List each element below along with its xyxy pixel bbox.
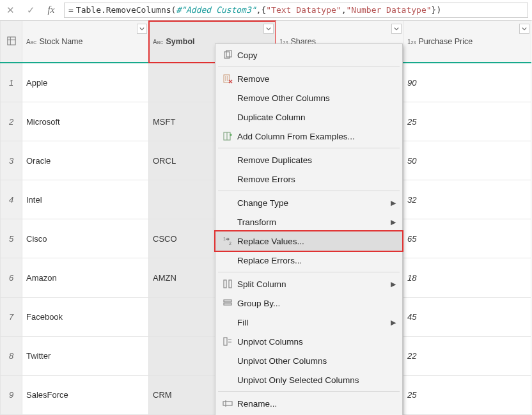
- column-filter-dropdown[interactable]: [137, 24, 147, 34]
- cell-stock-name[interactable]: Facebook: [22, 297, 149, 336]
- menu-rename[interactable]: Rename...: [215, 394, 402, 413]
- menu-fill[interactable]: Fill ▶: [215, 313, 402, 332]
- menu-unpivot-selected-columns[interactable]: Unpivot Only Selected Columns: [215, 370, 402, 389]
- submenu-arrow-icon: ▶: [391, 280, 396, 288]
- menu-remove-other-columns[interactable]: Remove Other Columns: [215, 88, 402, 107]
- menu-remove-errors[interactable]: Remove Errors: [215, 169, 402, 189]
- text-type-icon: ABC: [153, 38, 163, 45]
- column-filter-dropdown[interactable]: [391, 24, 402, 34]
- menu-separator: [218, 391, 400, 392]
- menu-add-column-from-examples[interactable]: Add Column From Examples...: [215, 127, 402, 146]
- svg-rect-15: [224, 303, 231, 305]
- copy-icon: [218, 50, 237, 60]
- menu-change-type[interactable]: Change Type ▶: [215, 193, 402, 212]
- text-type-icon: ABC: [26, 38, 36, 45]
- cell-purchase-price[interactable]: 25: [403, 102, 531, 141]
- svg-rect-16: [224, 338, 227, 345]
- formula-accept-button[interactable]: ✓: [20, 0, 41, 20]
- menu-group-by[interactable]: Group By...: [215, 294, 402, 313]
- menu-transform[interactable]: Transform ▶: [215, 212, 402, 231]
- cell-stock-name[interactable]: Microsoft: [22, 102, 149, 141]
- select-all-corner[interactable]: [1, 21, 22, 63]
- menu-separator: [218, 272, 400, 272]
- cell-stock-name[interactable]: SalesForce: [22, 375, 149, 414]
- menu-separator: [218, 191, 400, 191]
- column-filter-dropdown[interactable]: [263, 24, 274, 34]
- svg-rect-13: [229, 280, 231, 288]
- svg-rect-5: [224, 75, 230, 82]
- add-column-icon: [218, 131, 237, 141]
- svg-rect-17: [223, 402, 232, 405]
- row-number[interactable]: 3: [1, 141, 22, 180]
- cell-stock-name[interactable]: Twitter: [22, 336, 149, 375]
- table-icon: [7, 36, 16, 45]
- svg-rect-14: [224, 300, 231, 302]
- column-label: Purchase Price: [418, 37, 473, 46]
- menu-remove-duplicates[interactable]: Remove Duplicates: [215, 150, 402, 169]
- fx-icon: fx: [41, 0, 61, 20]
- cell-stock-name[interactable]: Intel: [22, 180, 149, 219]
- cell-stock-name[interactable]: Apple: [22, 63, 149, 102]
- cell-purchase-price[interactable]: 25: [403, 375, 531, 414]
- cell-purchase-price[interactable]: 18: [403, 258, 531, 297]
- menu-unpivot-other-columns[interactable]: Unpivot Other Columns: [215, 351, 402, 370]
- cell-purchase-price[interactable]: 50: [403, 141, 531, 180]
- number-type-icon: 123: [407, 38, 416, 45]
- row-number[interactable]: 2: [1, 102, 22, 141]
- submenu-arrow-icon: ▶: [391, 318, 396, 327]
- menu-separator: [218, 148, 400, 148]
- menu-split-column[interactable]: Split Column ▶: [215, 274, 402, 294]
- formula-bar: ✕ ✓ fx = Table.RemoveColumns(#"Added Cus…: [0, 0, 532, 20]
- row-number[interactable]: 5: [1, 219, 22, 258]
- row-number[interactable]: 4: [1, 180, 22, 219]
- submenu-arrow-icon: ▶: [391, 218, 396, 226]
- column-header-purchase-price[interactable]: 123 Purchase Price: [403, 21, 531, 63]
- menu-unpivot-columns[interactable]: Unpivot Columns: [215, 332, 402, 351]
- row-number[interactable]: 1: [1, 63, 22, 102]
- row-number[interactable]: 6: [1, 258, 22, 297]
- unpivot-icon: [218, 336, 237, 347]
- cell-purchase-price[interactable]: 90: [403, 63, 531, 102]
- rename-icon: [218, 398, 237, 409]
- remove-icon: [218, 74, 237, 84]
- cell-purchase-price[interactable]: 45: [403, 297, 531, 336]
- cell-stock-name[interactable]: Oracle: [22, 141, 149, 180]
- svg-rect-12: [224, 280, 226, 288]
- svg-text:2: 2: [229, 241, 231, 246]
- svg-text:1: 1: [223, 237, 226, 241]
- cell-purchase-price[interactable]: 32: [403, 180, 531, 219]
- column-label: Symbol: [166, 37, 194, 46]
- cell-purchase-price[interactable]: 22: [403, 336, 531, 375]
- split-icon: [218, 279, 237, 289]
- row-number[interactable]: 8: [1, 336, 22, 375]
- row-number[interactable]: 7: [1, 297, 22, 336]
- menu-replace-values[interactable]: 12 Replace Values...: [215, 231, 402, 251]
- column-label: Stock Name: [39, 37, 82, 46]
- cell-stock-name[interactable]: Cisco: [22, 219, 149, 258]
- formula-cancel-button[interactable]: ✕: [0, 0, 20, 20]
- cell-stock-name[interactable]: Amazon: [22, 258, 149, 297]
- menu-replace-errors[interactable]: Replace Errors...: [215, 251, 402, 270]
- cell-purchase-price[interactable]: 65: [403, 219, 531, 258]
- column-header-stock-name[interactable]: ABC Stock Name: [22, 21, 149, 63]
- menu-copy[interactable]: Copy: [215, 45, 402, 65]
- menu-duplicate-column[interactable]: Duplicate Column: [215, 107, 402, 127]
- formula-input[interactable]: = Table.RemoveColumns(#"Added Custom3",{…: [64, 3, 528, 18]
- group-icon: [218, 298, 237, 308]
- column-filter-dropdown[interactable]: [519, 24, 529, 34]
- row-number[interactable]: 9: [1, 375, 22, 414]
- column-context-menu: Copy Remove Remove Other Columns Duplica…: [215, 43, 403, 415]
- menu-remove[interactable]: Remove: [215, 69, 402, 88]
- svg-rect-0: [7, 37, 15, 45]
- replace-icon: 12: [218, 236, 237, 246]
- menu-separator: [218, 67, 400, 67]
- submenu-arrow-icon: ▶: [391, 199, 396, 207]
